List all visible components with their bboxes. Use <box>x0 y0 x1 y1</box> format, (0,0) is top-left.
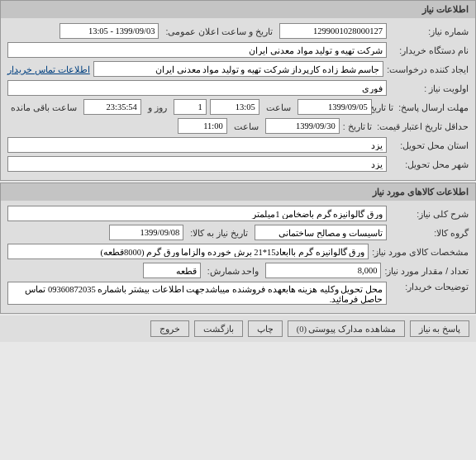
delivery-province-field[interactable] <box>7 137 387 153</box>
announce-label: تاریخ و ساعت اعلان عمومی: <box>162 26 276 36</box>
deadline-label: مهلت ارسال پاسخ: تا تاریخ : <box>375 102 469 112</box>
qty-field[interactable] <box>265 263 381 278</box>
creator-label: ایجاد کننده درخواست: <box>387 64 469 74</box>
goods-info-body: شرح کلی نیاز: گروه کالا: تاریخ نیاز به ک… <box>1 201 475 313</box>
creator-field[interactable] <box>93 61 383 77</box>
contact-link[interactable]: اطلاعات تماس خریدار <box>7 64 90 74</box>
button-row: پاسخ به نیاز مشاهده مدارک پیوستی (0) چاپ… <box>0 315 476 342</box>
notes-field[interactable]: محل تحویل وکلیه هزینه هابعهده فروشنده می… <box>7 282 387 305</box>
qty-label: تعداد / مقدار مورد نیاز: <box>384 266 469 276</box>
delivery-city-label: شهر محل تحویل: <box>390 159 469 169</box>
need-info-header: اطلاعات نیاز <box>1 1 475 18</box>
group-field[interactable] <box>255 225 387 240</box>
deadline-time-field[interactable] <box>210 99 259 115</box>
goods-info-panel: اطلاعات کالاهای مورد نیاز شرح کلی نیاز: … <box>0 183 476 314</box>
time-label-1: ساعت <box>263 102 294 112</box>
day-count-field[interactable] <box>174 99 207 115</box>
attachments-button[interactable]: مشاهده مدارک پیوستی (0) <box>288 320 405 337</box>
delivery-province-label: استان محل تحویل: <box>390 140 469 150</box>
goods-info-header: اطلاعات کالاهای مورد نیاز <box>1 183 475 201</box>
validity-date-field[interactable] <box>265 118 340 134</box>
priority-label: اولویت نیاز : <box>390 83 469 93</box>
deadline-date-field[interactable] <box>298 99 372 115</box>
priority-field[interactable] <box>7 80 387 96</box>
desc-field[interactable] <box>7 206 387 221</box>
unit-field[interactable] <box>143 263 201 278</box>
time-label-2: ساعت <box>231 121 262 131</box>
need-info-panel: اطلاعات نیاز شماره نیاز: تاریخ و ساعت اع… <box>0 0 476 181</box>
delivery-city-field[interactable] <box>7 156 387 172</box>
validity-time-field[interactable] <box>178 118 227 134</box>
group-label: گروه کالا: <box>390 228 469 238</box>
unit-label: واحد شمارش: <box>204 266 263 276</box>
print-button[interactable]: چاپ <box>248 320 283 337</box>
spec-field[interactable] <box>7 244 369 259</box>
validity-label: حداقل تاریخ اعتبار قیمت: تا تاریخ : <box>343 121 469 131</box>
back-button[interactable]: بازگشت <box>194 320 243 337</box>
need-date-label: تاریخ نیاز به کالا: <box>187 228 251 238</box>
need-number-field[interactable] <box>279 23 387 39</box>
need-date-field[interactable] <box>109 225 183 240</box>
notes-label: توضیحات خریدار: <box>390 282 469 292</box>
buyer-label: نام دستگاه خریدار: <box>390 45 469 55</box>
day-label: روز و <box>145 102 170 112</box>
buyer-field[interactable] <box>7 42 387 58</box>
remaining-time-field[interactable] <box>83 99 141 115</box>
remaining-label: ساعت باقی مانده <box>7 102 80 112</box>
exit-button[interactable]: خروج <box>150 320 189 337</box>
announce-field[interactable] <box>60 23 159 39</box>
need-info-body: شماره نیاز: تاریخ و ساعت اعلان عمومی: نا… <box>1 18 475 180</box>
desc-label: شرح کلی نیاز: <box>390 209 469 219</box>
respond-button[interactable]: پاسخ به نیاز <box>410 320 469 337</box>
need-number-label: شماره نیاز: <box>390 26 469 36</box>
spec-label: مشخصات کالای مورد نیاز: <box>372 247 469 257</box>
